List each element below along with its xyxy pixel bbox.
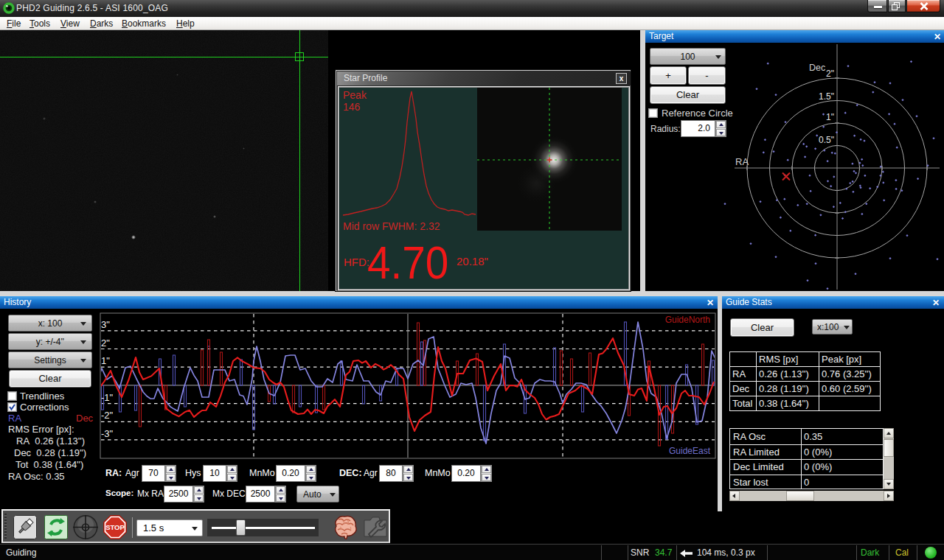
svg-text:1": 1" <box>101 355 110 366</box>
svg-text:Dec: Dec <box>809 63 825 73</box>
svg-text:1.5": 1.5" <box>819 91 834 102</box>
svg-text:-3": -3" <box>101 428 114 439</box>
svg-text:1": 1" <box>826 112 834 122</box>
svg-text:-1": -1" <box>101 392 114 403</box>
svg-text:3": 3" <box>101 319 110 330</box>
svg-text:GuideNorth: GuideNorth <box>665 315 710 325</box>
svg-text:2": 2" <box>826 69 834 79</box>
svg-text:0.5": 0.5" <box>819 135 834 145</box>
svg-text:2": 2" <box>101 337 110 349</box>
svg-text:RA: RA <box>735 156 749 167</box>
svg-text:-2": -2" <box>101 410 114 421</box>
svg-text:STOP: STOP <box>105 523 125 531</box>
svg-text:GuideEast: GuideEast <box>669 446 711 456</box>
